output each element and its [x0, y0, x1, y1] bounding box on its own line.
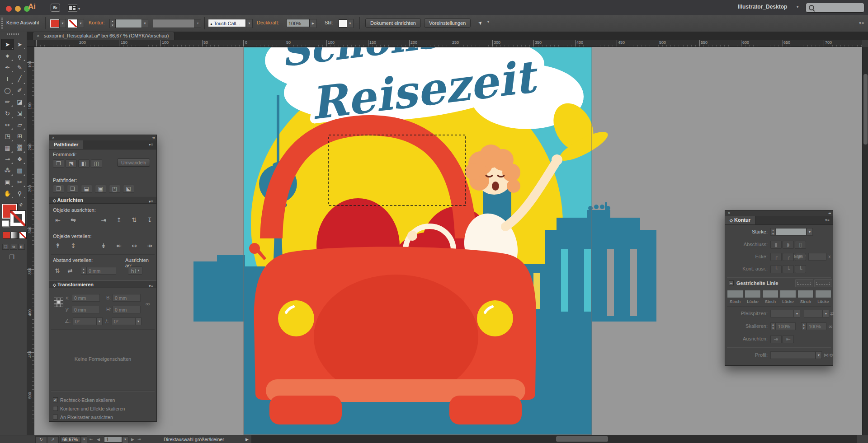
dashed-line-checkbox[interactable]: –	[729, 280, 734, 285]
crop-icon[interactable]: ▣	[95, 185, 106, 193]
zoom-level-field[interactable]: 66,67%	[60, 436, 81, 443]
flip-along-icon[interactable]: ≎	[829, 352, 833, 358]
none-mode-button[interactable]	[19, 232, 27, 239]
width-profile-field[interactable]	[153, 19, 195, 28]
cap-round-icon[interactable]: ◗	[783, 241, 794, 249]
join-round-icon[interactable]: ╭	[783, 253, 794, 261]
ruler-corner[interactable]	[27, 40, 34, 47]
line-segment-tool[interactable]: ╱	[14, 73, 26, 84]
scale-tool[interactable]: ⇲	[14, 107, 26, 119]
paintbrush-tool[interactable]: ✐	[14, 85, 26, 96]
horizontal-scrollbar[interactable]	[251, 435, 857, 443]
abstand-field[interactable]: 0 mm	[86, 267, 116, 275]
document-tab[interactable]: × saxoprint_Reiseplakat.ai* bei 66,67 % …	[33, 32, 175, 40]
tab-pathfinder[interactable]: Pathfinder	[49, 140, 83, 149]
checkbox[interactable]	[53, 406, 58, 411]
join-miter-icon[interactable]: ┌	[770, 253, 782, 261]
dash-value-field[interactable]	[780, 290, 796, 298]
close-tab-icon[interactable]: ×	[37, 32, 39, 40]
arrowhead-end-field[interactable]	[804, 310, 823, 317]
scale-start-stepper[interactable]: ▲▼	[770, 322, 776, 330]
bridge-button[interactable]: Br	[51, 4, 60, 12]
ellipse-tool[interactable]: ◯	[1, 85, 14, 96]
scroll-left-arrow-icon[interactable]: ▶	[245, 437, 249, 442]
control-panel-menu-icon[interactable]: ▾≡	[859, 21, 864, 25]
constrain-proportions-icon[interactable]: ∞	[145, 300, 151, 308]
stroke-width-dropdown[interactable]: ▼	[142, 19, 148, 28]
panel-header-transformieren[interactable]: ◇ Transformieren ▾≡	[49, 280, 156, 288]
transformieren-menu-icon[interactable]: ▾≡	[149, 283, 154, 290]
deckkraft-link[interactable]: Deckkraft:	[257, 20, 279, 26]
stroke-inside-icon[interactable]: ┕	[783, 265, 794, 273]
control-bar-grip[interactable]	[1, 18, 3, 29]
layout-switcher-icon[interactable]	[68, 5, 77, 12]
rotate-tool[interactable]: ↻	[1, 107, 14, 119]
close-panel-icon[interactable]: ×	[52, 135, 54, 140]
vspace-icon[interactable]: ⇅	[53, 266, 62, 275]
dist-hcenter-icon[interactable]: ↔	[129, 242, 139, 250]
hspace-icon[interactable]: ⇄	[66, 266, 75, 275]
cap-projecting-icon[interactable]: ▯	[795, 241, 806, 249]
close-window-button[interactable]	[6, 6, 12, 12]
minus-back-icon[interactable]: ⬕	[123, 185, 134, 193]
trim-icon[interactable]: ❏	[67, 185, 78, 193]
kontur-menu-icon[interactable]: ▾≡	[825, 218, 830, 222]
curvature-tool[interactable]: ✎	[14, 62, 26, 73]
profil-field[interactable]	[770, 351, 816, 359]
color-mode-button[interactable]	[3, 232, 10, 239]
preferences-button[interactable]: Voreinstellungen	[424, 19, 471, 28]
symbol-sprayer-tool[interactable]: ⁂	[1, 165, 14, 176]
staerke-stepper[interactable]: ▲▼	[770, 228, 776, 236]
link-scale-icon[interactable]: ∞	[828, 323, 833, 330]
zoom-level-dropdown[interactable]: ▼	[81, 436, 87, 443]
width-tool[interactable]: ↔	[1, 119, 14, 131]
hand-tool[interactable]: ✋	[1, 188, 14, 199]
arrowhead-start-field[interactable]	[770, 310, 794, 317]
arrowhead-end-dropdown[interactable]: ▼	[823, 310, 829, 317]
vertical-scrollbar[interactable]	[862, 47, 868, 435]
minimize-window-button[interactable]	[15, 6, 21, 12]
pathfinder-menu-icon[interactable]: ▾≡	[149, 143, 154, 147]
collapse-panel-icon[interactable]: ◂◂	[828, 210, 830, 216]
arrow-tip-align-icon[interactable]: ⇥	[770, 335, 782, 343]
dist-right-icon[interactable]: ↠	[145, 242, 155, 250]
dist-bottom-icon[interactable]: ↡	[99, 242, 108, 250]
first-artboard-icon[interactable]: ⇤	[90, 437, 93, 442]
pencil-tool[interactable]: ✏	[1, 96, 14, 107]
align-dashes-button[interactable]	[814, 279, 832, 287]
dash-value-field[interactable]	[815, 290, 831, 298]
profil-dropdown[interactable]: ▼	[816, 351, 822, 359]
shaper-tool[interactable]: ◪	[14, 96, 26, 107]
style-dropdown[interactable]: ▼	[347, 19, 354, 28]
direct-selection-tool[interactable]: ➤	[14, 39, 26, 50]
dash-value-field[interactable]	[745, 290, 761, 298]
miter-limit-field[interactable]	[808, 253, 826, 261]
screen-mode-icon[interactable]: ❐	[9, 254, 14, 261]
style-swatch[interactable]	[339, 19, 347, 28]
x-field[interactable]: 0 mm	[72, 294, 100, 302]
stroke-color-indicator[interactable]	[10, 210, 26, 226]
arrowhead-start-dropdown[interactable]: ▼	[794, 310, 800, 317]
default-fill-stroke-icon[interactable]	[2, 220, 9, 227]
toolbar-grip[interactable]	[7, 33, 20, 35]
abstand-stepper[interactable]: ▲▼	[81, 267, 86, 275]
fill-color-swatch[interactable]	[50, 19, 60, 28]
drawing-mode-icon[interactable]: ⧉	[10, 244, 17, 250]
scale-start-field[interactable]: 100%	[776, 322, 796, 330]
checkbox[interactable]	[53, 415, 58, 420]
stroke-width-field[interactable]	[115, 19, 142, 28]
next-artboard-icon[interactable]: ▶	[131, 437, 134, 442]
umwandeln-button[interactable]: Umwandeln	[117, 159, 150, 167]
y-field[interactable]: 0 mm	[72, 306, 100, 313]
selection-tool[interactable]: ➤	[1, 39, 14, 50]
dash-value-field[interactable]	[797, 290, 814, 298]
free-transform-tool[interactable]: ▱	[14, 119, 26, 131]
vertical-scroll-thumb[interactable]	[863, 74, 868, 145]
stroke-center-icon[interactable]: └	[770, 265, 782, 273]
align-hcenter-icon[interactable]: ⇋	[68, 216, 78, 224]
flip-across-icon[interactable]: ⋈	[824, 352, 829, 358]
width-profile-dropdown[interactable]: ▼	[194, 19, 201, 28]
opacity-arrow[interactable]: ▶	[310, 19, 316, 28]
shear-dropdown[interactable]: ▼	[135, 317, 142, 325]
dist-top-icon[interactable]: ↟	[53, 242, 63, 250]
